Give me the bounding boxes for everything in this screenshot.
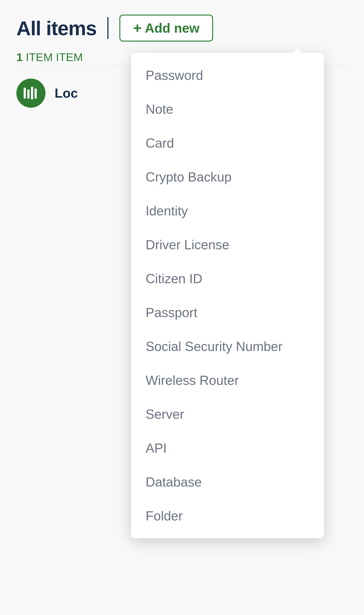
svg-rect-2 [31, 87, 33, 99]
page-title: All items [16, 17, 96, 40]
dropdown-item-wireless-router[interactable]: Wireless Router [131, 363, 324, 397]
header-divider [107, 17, 108, 39]
add-new-dropdown: Password Note Card Crypto Backup Identit… [131, 53, 324, 538]
dropdown-item-database[interactable]: Database [131, 465, 324, 499]
dropdown-item-crypto-backup[interactable]: Crypto Backup [131, 160, 324, 194]
dropdown-item-identity[interactable]: Identity [131, 194, 324, 228]
dropdown-item-passport[interactable]: Passport [131, 296, 324, 329]
dropdown-item-api[interactable]: API [131, 431, 324, 465]
dropdown-item-card[interactable]: Card [131, 126, 324, 160]
add-new-button[interactable]: + Add new [119, 14, 213, 41]
dropdown-item-server[interactable]: Server [131, 397, 324, 431]
item-count-label: ITEM [26, 51, 53, 63]
add-new-label: Add new [145, 21, 199, 36]
dropdown-item-password[interactable]: Password [131, 58, 324, 92]
dropdown-item-folder[interactable]: Folder [131, 499, 324, 533]
svg-rect-0 [24, 88, 26, 99]
page-container: All items + Add new 1 ITEM ITEM Password… [0, 0, 364, 615]
header: All items + Add new [0, 0, 364, 49]
dropdown-item-note[interactable]: Note [131, 92, 324, 126]
svg-rect-1 [27, 89, 29, 99]
svg-rect-3 [35, 89, 37, 99]
dropdown-item-driver-license[interactable]: Driver License [131, 228, 324, 262]
dropdown-item-citizen-id[interactable]: Citizen ID [131, 262, 324, 296]
plus-icon: + [133, 21, 142, 35]
dropdown-item-social-security-number[interactable]: Social Security Number [131, 329, 324, 363]
avatar [16, 79, 46, 108]
list-item-name: Loc [55, 86, 78, 101]
item-count-number: 1 [16, 51, 23, 63]
item-count-label-text: ITEM [53, 51, 83, 63]
